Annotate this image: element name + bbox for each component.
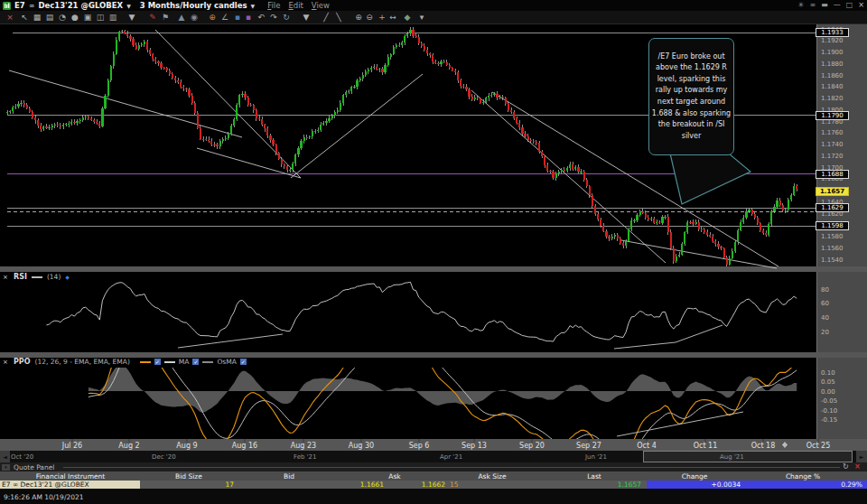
triangle-tool-icon[interactable]: ▲ — [175, 11, 188, 23]
quote-panel-close-icon[interactable]: × — [854, 462, 861, 471]
scrollbar-period-label: Apr '21 — [440, 453, 462, 461]
more-tools-caret-icon[interactable]: ▾ — [415, 11, 428, 23]
rsi-anchor-icon[interactable]: ◆ — [65, 274, 70, 280]
quote-col-ask[interactable]: Ask — [388, 472, 400, 481]
settings-gear-icon[interactable]: ✳ — [798, 0, 805, 11]
undo-icon[interactable]: ↶ — [255, 11, 267, 23]
angle-tool-icon[interactable]: ∠ — [219, 11, 231, 23]
chart-annotation-note[interactable]: /E7 Euro broke out above the 1.1629 R le… — [648, 38, 734, 155]
quote-col-change[interactable]: Change — [682, 472, 708, 481]
flag-icon[interactable]: ⚑ — [159, 11, 172, 23]
svg-text:Sep 13: Sep 13 — [461, 442, 487, 450]
close-chart-icon[interactable]: × — [4, 11, 16, 23]
image-icon[interactable]: ▣ — [81, 11, 94, 23]
filter2-dropdown-icon[interactable]: ▼ — [300, 11, 312, 23]
pin-icon[interactable]: ▬ — [821, 0, 828, 11]
instrument-symbol[interactable]: E7 — [14, 1, 25, 10]
snapshot-icon[interactable]: ◫ — [94, 11, 107, 23]
scrollbar-thumb[interactable] — [643, 451, 853, 462]
timeframe-label[interactable]: 3 Months/Hourly candles — [140, 1, 247, 10]
cursor-icon[interactable]: ↖ — [18, 11, 31, 23]
redo-icon[interactable]: ↷ — [267, 11, 280, 23]
quote-col-financial-instrument[interactable]: Financial Instrument — [36, 472, 106, 481]
ppo-line-checkbox[interactable]: ✓ — [154, 359, 161, 365]
price-level-label: 1.1629 — [816, 203, 849, 212]
time-scrollbar[interactable]: ◄ ► Oct '20Dec '20Feb '21Apr '21Jun '21A… — [0, 451, 867, 462]
svg-text:0.10: 0.10 — [821, 369, 835, 377]
ma-line-checkbox[interactable]: ✓ — [192, 359, 199, 365]
price-level-label: 1.1688 — [816, 170, 849, 179]
quote-col-ask-size[interactable]: Ask Size — [478, 472, 506, 481]
ppo-line-swatch — [140, 361, 151, 363]
ppo-param[interactable]: (12, 26, 9 - EMA, EMA, EMA) — [35, 358, 130, 366]
ma-line-label: MA — [179, 358, 190, 366]
link-icon[interactable]: ∞ — [810, 0, 816, 11]
draw-pencil-icon[interactable]: ✎ — [146, 11, 159, 23]
svg-text:Aug 2: Aug 2 — [118, 442, 139, 450]
target-icon[interactable]: ◉ — [188, 11, 200, 23]
svg-text:0.00: 0.00 — [821, 388, 835, 396]
zoom-out-icon[interactable]: ⊖ — [363, 11, 376, 23]
quote-col-bid[interactable]: Bid — [284, 472, 294, 481]
layout-icon[interactable]: ▥ — [107, 11, 119, 23]
restore-icon[interactable]: □ — [846, 0, 853, 11]
ppo-legend: ✓MA✓OsMA✓ — [140, 358, 247, 366]
quote-col-bid-size[interactable]: Bid Size — [175, 472, 202, 481]
scrollbar-period-label: Oct '20 — [11, 453, 33, 461]
quote-col-change-[interactable]: Change % — [786, 472, 820, 481]
quote-panel-collapse-button[interactable]: ▾ — [2, 464, 10, 471]
menu-file[interactable]: File — [267, 1, 280, 10]
shapes-icon[interactable]: ◆ — [401, 11, 414, 23]
scroll-left-button[interactable]: ◄ — [0, 451, 10, 462]
chart-style-icon[interactable]: ▤ — [43, 11, 56, 23]
filter-dropdown-icon[interactable]: ▼ — [126, 11, 138, 23]
quote-row: E7 ∞ Dec13'21 @GLOBEX 171.16611.1662151.… — [0, 481, 867, 489]
ppo-close-button[interactable]: × — [2, 359, 9, 366]
svg-text:1.1880: 1.1880 — [821, 61, 844, 68]
svg-text:1.1580: 1.1580 — [821, 233, 844, 240]
svg-text:-0.05: -0.05 — [821, 397, 837, 405]
svg-text:Sep 27: Sep 27 — [576, 442, 601, 450]
grid-icon[interactable]: ▦ — [31, 11, 43, 23]
quote-instrument-cell[interactable]: E7 ∞ Dec13'21 @GLOBEX — [0, 481, 140, 489]
minimize-icon[interactable]: — — [834, 0, 841, 11]
pie-icon[interactable]: ◔ — [56, 11, 69, 23]
osma-line-checkbox[interactable]: ✓ — [240, 359, 247, 365]
svg-text:1.1900: 1.1900 — [821, 49, 844, 56]
compass-icon[interactable]: ⊕ — [206, 11, 219, 23]
note-purple-icon[interactable]: ▪ — [242, 11, 255, 23]
move-icon[interactable]: ↔ — [387, 11, 399, 23]
last-price-label: 1.1657 — [816, 187, 849, 196]
svg-text:1.1840: 1.1840 — [821, 83, 844, 90]
ask-value: 1.1662 — [340, 481, 445, 489]
scroll-right-button[interactable]: ► — [856, 451, 867, 462]
status-clock: 9:16:26 AM 10/19/2021 — [4, 493, 84, 501]
ppo-label[interactable]: PPO — [14, 358, 31, 366]
svg-text:1.1820: 1.1820 — [821, 95, 844, 102]
menu-edit[interactable]: Edit — [288, 1, 303, 10]
contract-label[interactable]: Dec13'21 @GLOBEX — [38, 1, 123, 10]
svg-text:Oct 11: Oct 11 — [694, 442, 718, 450]
quote-col-last[interactable]: Last — [587, 472, 601, 481]
trendline-tool-icon[interactable]: ╱ — [320, 11, 332, 23]
quote-refresh-icon[interactable]: ↻ — [843, 462, 849, 471]
svg-text:Oct 18: Oct 18 — [751, 442, 776, 450]
menu-bar: FileEditView — [267, 1, 330, 10]
price-level-label: 1.1598 — [816, 221, 849, 230]
ellipse-tool-icon[interactable]: ● — [69, 11, 81, 23]
title-bar: E7 ∞ Dec13'21 @GLOBEX ▼ 3 Months/Hourly … — [0, 0, 867, 11]
refresh-chart-icon[interactable]: ↻ — [280, 11, 293, 23]
rsi-label[interactable]: RSI — [14, 273, 27, 281]
price-level-label: 1.1790 — [816, 111, 849, 120]
svg-text:1.1540: 1.1540 — [821, 257, 844, 264]
svg-text:20: 20 — [821, 329, 829, 336]
timeframe-dropdown-caret[interactable]: ▼ — [251, 3, 256, 9]
ray-tool-icon[interactable]: ╲ — [332, 11, 345, 23]
close-window-icon[interactable]: × — [858, 0, 864, 11]
menu-view[interactable]: View — [312, 1, 330, 10]
symbol-dropdown-caret[interactable]: ▼ — [126, 3, 131, 9]
svg-text:40: 40 — [821, 314, 829, 322]
svg-text:1.1720: 1.1720 — [821, 153, 844, 160]
rsi-param[interactable]: (14) — [47, 273, 61, 281]
rsi-close-button[interactable]: × — [2, 274, 9, 281]
